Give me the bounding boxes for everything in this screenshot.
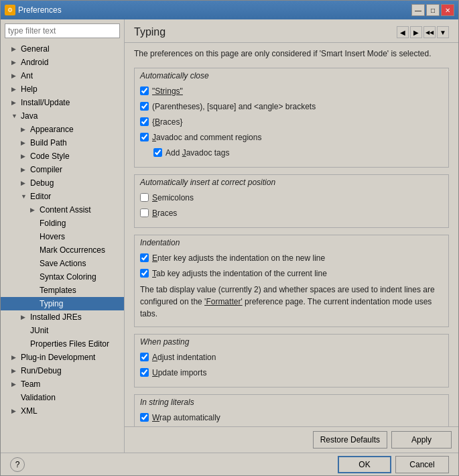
expand-arrow: ▶ (11, 381, 21, 388)
nav-dropdown-button[interactable]: ▼ (437, 26, 449, 38)
help-button[interactable]: ? (10, 457, 25, 472)
expand-arrow: ▶ (21, 166, 30, 173)
sidebar-item-code-style[interactable]: ▶ Code Style (1, 150, 124, 163)
sidebar-item-installed-jres[interactable]: ▶ Installed JREs (1, 310, 124, 324)
sidebar-item-build-path[interactable]: ▶ Build Path (1, 136, 124, 150)
sidebar-item-editor[interactable]: ▼ Editor (1, 190, 124, 203)
checkbox-strings[interactable] (140, 86, 149, 95)
sidebar-item-templates[interactable]: Templates (1, 284, 124, 297)
checkbox-label-braces: {Braces} (152, 117, 182, 127)
sidebar-item-plugin-development[interactable]: ▶ Plug-in Development (1, 351, 124, 364)
section-title-string-literals: In string literals (135, 395, 448, 408)
tree-item-label: Folding (40, 219, 66, 228)
checkbox-wrap-automatically[interactable] (140, 413, 149, 422)
restore-defaults-button[interactable]: Restore Defaults (313, 431, 387, 449)
tree-item-label: Code Style (30, 152, 70, 161)
footer-buttons: OK Cancel (338, 456, 449, 473)
sidebar-item-save-actions[interactable]: Save Actions (1, 257, 124, 270)
tree-item-label: Properties Files Editor (30, 339, 109, 349)
tree-item-label: Install/Update (21, 98, 70, 107)
titlebar: ⚙ Preferences — □ ✕ (1, 1, 458, 19)
sidebar-item-android[interactable]: ▶ Android (1, 56, 124, 69)
sidebar-item-install-update[interactable]: ▶ Install/Update (1, 96, 124, 109)
minimize-button[interactable]: — (411, 4, 425, 16)
tree-item-label: Installed JREs (30, 312, 82, 322)
tree-item-label: Mark Occurrences (40, 245, 105, 255)
nav-back2-button[interactable]: ◀◀ (423, 26, 436, 38)
section-content-auto-close: "Strings" (Parentheses), [square] and <a… (135, 82, 448, 167)
checkbox-row-braces2: Braces (140, 206, 443, 220)
tree-item-label: Java (21, 111, 38, 121)
expand-arrow: ▶ (11, 354, 21, 361)
apply-button[interactable]: Apply (391, 431, 452, 449)
ok-button[interactable]: OK (338, 456, 391, 473)
section-title-when-pasting: When pasting (135, 335, 448, 348)
section-content-indentation: Enter key adjusts the indentation on the… (135, 249, 448, 326)
tree-item-label: Typing (40, 299, 63, 308)
expand-arrow: ▶ (11, 72, 21, 79)
checkbox-semicolons[interactable] (140, 193, 149, 202)
when-pasting-section: When pasting Adjust indentation Update i… (134, 334, 449, 388)
expand-arrow: ▶ (21, 126, 30, 133)
checkbox-label-tab-key: Tab key adjusts the indentation of the c… (152, 269, 327, 278)
sidebar-item-validation[interactable]: Validation (1, 391, 124, 404)
checkbox-braces2[interactable] (140, 209, 149, 217)
nav-back-button[interactable]: ◀ (397, 26, 409, 38)
sidebar-item-syntax-coloring[interactable]: Syntax Coloring (1, 270, 124, 284)
checkbox-row-parentheses: (Parentheses), [square] and <angle> brac… (140, 100, 443, 113)
tree-item-label: Build Path (30, 138, 67, 147)
section-title-auto-close: Automatically close (135, 68, 448, 82)
tree-item-label: Syntax Coloring (40, 272, 96, 282)
sidebar-item-run-debug[interactable]: ▶ Run/Debug (1, 364, 124, 377)
expand-arrow: ▶ (11, 46, 21, 52)
checkbox-parentheses[interactable] (140, 102, 149, 111)
sidebar-item-mark-occurrences[interactable]: Mark Occurrences (1, 243, 124, 257)
preferences-dialog: ⚙ Preferences — □ ✕ ▶ General ▶ (0, 0, 459, 476)
checkbox-row-wrap-automatically: Wrap automatically (140, 411, 443, 424)
app-icon: ⚙ (5, 5, 15, 15)
sidebar-item-team[interactable]: ▶ Team (1, 377, 124, 391)
window-controls: — □ ✕ (411, 4, 454, 16)
bottom-right-buttons: Restore Defaults Apply (313, 431, 452, 449)
sidebar-item-xml[interactable]: ▶ XML (1, 404, 124, 418)
section-title-auto-insert: Automatically insert at correct position (135, 175, 448, 188)
collapse-arrow: ▼ (21, 193, 30, 200)
sidebar-item-content-assist[interactable]: ▶ Content Assist (1, 203, 124, 217)
nav-arrows: ◀ ▶ ◀◀ ▼ (397, 26, 449, 38)
sidebar-item-folding[interactable]: Folding (1, 217, 124, 230)
right-panel: Typing ◀ ▶ ◀◀ ▼ The preferences on this … (125, 19, 458, 453)
sidebar-item-ant[interactable]: ▶ Ant (1, 69, 124, 82)
formatter-link[interactable]: 'Formatter' (204, 297, 243, 306)
checkbox-add-javadoc[interactable] (153, 148, 162, 157)
nav-forward-button[interactable]: ▶ (410, 26, 422, 38)
sidebar-item-debug[interactable]: ▶ Debug (1, 176, 124, 190)
sidebar-item-appearance[interactable]: ▶ Appearance (1, 123, 124, 136)
checkbox-braces[interactable] (140, 117, 149, 126)
right-header: Typing ◀ ▶ ◀◀ ▼ (125, 19, 458, 43)
main-content: ▶ General ▶ Android ▶ Ant ▶ Help (1, 19, 458, 475)
checkbox-adjust-indentation[interactable] (140, 353, 149, 361)
section-content-when-pasting: Adjust indentation Update imports (135, 348, 448, 387)
checkbox-update-imports[interactable] (140, 368, 149, 377)
sidebar-item-compiler[interactable]: ▶ Compiler (1, 163, 124, 176)
cancel-button[interactable]: Cancel (395, 456, 449, 473)
checkbox-enter-key[interactable] (140, 253, 149, 262)
checkbox-tab-key[interactable] (140, 269, 149, 278)
checkbox-javadoc[interactable] (140, 133, 149, 141)
tree-item-label: Hovers (40, 232, 65, 241)
close-button[interactable]: ✕ (441, 4, 454, 16)
sidebar-item-help[interactable]: ▶ Help (1, 82, 124, 96)
sidebar-item-typing[interactable]: Typing (1, 297, 124, 310)
filter-input[interactable] (5, 23, 120, 38)
maximize-button[interactable]: □ (426, 4, 440, 16)
sidebar-item-java[interactable]: ▼ Java (1, 109, 124, 123)
sidebar-item-properties-files-editor[interactable]: Properties Files Editor (1, 337, 124, 351)
section-content-auto-insert: Semicolons Braces (135, 188, 448, 227)
expand-arrow: ▶ (21, 180, 30, 186)
checkbox-label-add-javadoc: Add Javadoc tags (166, 148, 229, 158)
sidebar-item-junit[interactable]: JUnit (1, 324, 124, 337)
checkbox-label-semicolons: Semicolons (152, 193, 194, 202)
sidebar-item-hovers[interactable]: Hovers (1, 230, 124, 243)
sidebar-item-general[interactable]: ▶ General (1, 42, 124, 56)
expand-arrow: ▶ (21, 314, 30, 320)
